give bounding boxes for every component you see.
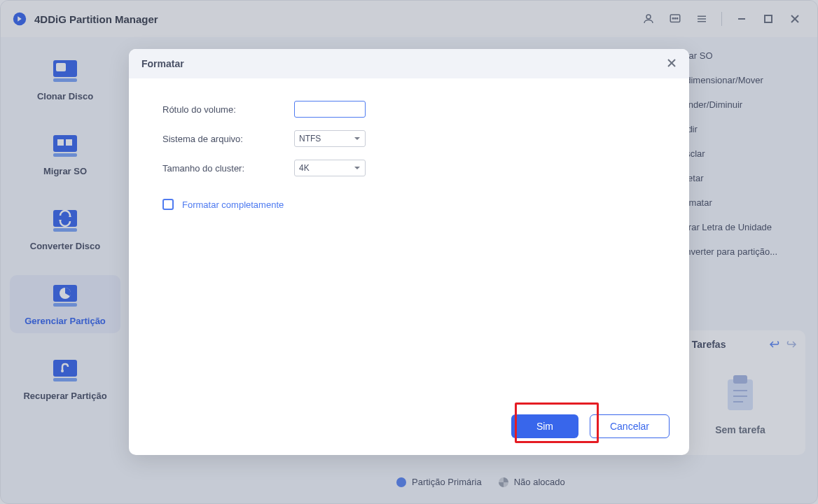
- filesystem-select-wrap: NTFS: [294, 130, 366, 147]
- cluster-label-text: Tamanho do cluster:: [162, 163, 294, 174]
- ok-button[interactable]: Sim: [511, 414, 578, 438]
- format-complete-checkbox[interactable]: [162, 199, 174, 210]
- format-complete-label: Formatar completamente: [182, 200, 284, 210]
- cluster-select[interactable]: 4K: [294, 160, 366, 176]
- cluster-select-wrap: 4K: [294, 160, 366, 176]
- filesystem-label-text: Sistema de arquivo:: [162, 134, 294, 144]
- form-row-filesystem: Sistema de arquivo: NTFS: [162, 130, 656, 147]
- form-row-cluster: Tamanho do cluster: 4K: [162, 160, 656, 176]
- volume-label-input[interactable]: [294, 101, 366, 118]
- close-icon: [667, 58, 677, 68]
- ok-button-label: Sim: [536, 421, 553, 432]
- cancel-button-label: Cancelar: [610, 421, 649, 432]
- modal-header: Formatar: [129, 49, 689, 78]
- format-complete-row[interactable]: Formatar completamente: [162, 199, 656, 210]
- filesystem-select[interactable]: NTFS: [294, 130, 366, 147]
- modal-footer: Sim Cancelar: [129, 402, 689, 455]
- modal-close-button[interactable]: [667, 57, 677, 71]
- volume-label-text: Rótulo do volume:: [162, 104, 294, 115]
- modal-body: Rótulo do volume: Sistema de arquivo: NT…: [129, 78, 689, 402]
- cancel-button[interactable]: Cancelar: [590, 414, 670, 438]
- format-modal: Formatar Rótulo do volume: Sistema de ar…: [129, 49, 689, 455]
- modal-title: Formatar: [141, 58, 184, 69]
- form-row-volume-label: Rótulo do volume:: [162, 101, 656, 118]
